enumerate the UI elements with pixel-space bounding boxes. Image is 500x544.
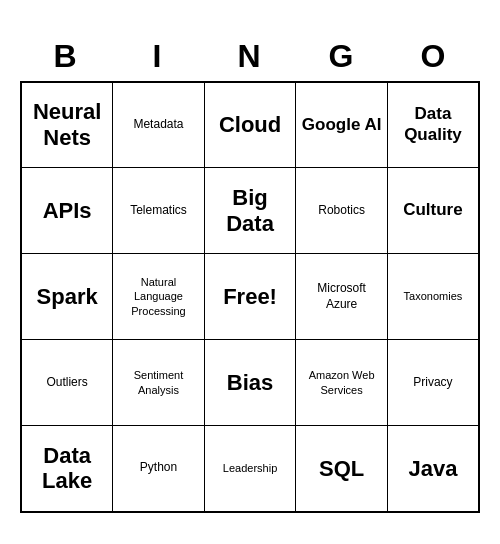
cell-r2-c1: Natural Language Processing bbox=[113, 254, 205, 340]
cell-r4-c1: Python bbox=[113, 426, 205, 512]
cell-r4-c3: SQL bbox=[296, 426, 388, 512]
cell-r4-c4: Java bbox=[387, 426, 479, 512]
header-i: I bbox=[112, 32, 204, 81]
cell-r0-c4: Data Quality bbox=[387, 82, 479, 168]
cell-r0-c2: Cloud bbox=[204, 82, 296, 168]
cell-r2-c2: Free! bbox=[204, 254, 296, 340]
bingo-header: B I N G O bbox=[20, 32, 480, 81]
cell-r4-c2: Leadership bbox=[204, 426, 296, 512]
bingo-grid: Neural NetsMetadataCloudGoogle AIData Qu… bbox=[20, 81, 480, 513]
cell-r1-c2: Big Data bbox=[204, 168, 296, 254]
cell-r4-c0: Data Lake bbox=[21, 426, 113, 512]
cell-r0-c1: Metadata bbox=[113, 82, 205, 168]
cell-r1-c1: Telematics bbox=[113, 168, 205, 254]
cell-r0-c0: Neural Nets bbox=[21, 82, 113, 168]
cell-r2-c4: Taxonomies bbox=[387, 254, 479, 340]
cell-r3-c3: Amazon Web Services bbox=[296, 340, 388, 426]
header-o: O bbox=[388, 32, 480, 81]
header-g: G bbox=[296, 32, 388, 81]
cell-r2-c3: Microsoft Azure bbox=[296, 254, 388, 340]
cell-r0-c3: Google AI bbox=[296, 82, 388, 168]
cell-r3-c4: Privacy bbox=[387, 340, 479, 426]
header-b: B bbox=[20, 32, 112, 81]
cell-r3-c1: Sentiment Analysis bbox=[113, 340, 205, 426]
bingo-card: B I N G O Neural NetsMetadataCloudGoogle… bbox=[20, 32, 480, 513]
header-n: N bbox=[204, 32, 296, 81]
cell-r1-c4: Culture bbox=[387, 168, 479, 254]
cell-r1-c0: APIs bbox=[21, 168, 113, 254]
cell-r2-c0: Spark bbox=[21, 254, 113, 340]
cell-r1-c3: Robotics bbox=[296, 168, 388, 254]
cell-r3-c0: Outliers bbox=[21, 340, 113, 426]
cell-r3-c2: Bias bbox=[204, 340, 296, 426]
